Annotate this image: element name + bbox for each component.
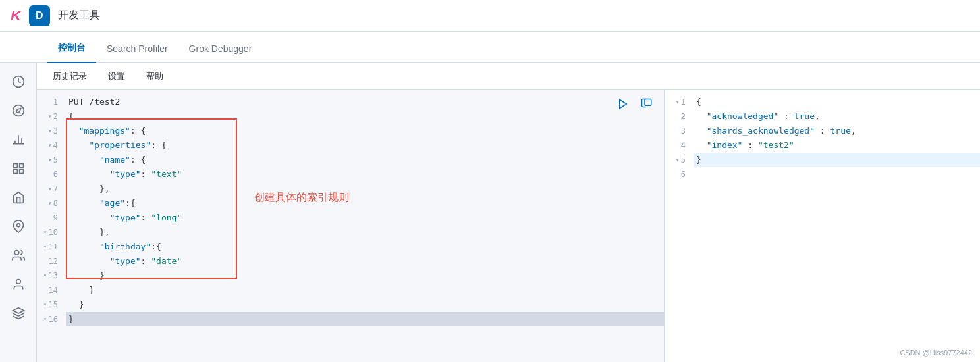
out-line-1: { — [694, 95, 980, 109]
line-num-15: ▾15 — [37, 297, 63, 312]
out-line-num-3: 3 — [665, 124, 691, 138]
tab-search-profiler[interactable]: Search Profiler — [96, 36, 178, 63]
out-line-5: } — [694, 153, 980, 167]
code-line-12: "type": "date" — [66, 254, 664, 269]
editor-area: 1 ▾2 ▾3 ▾4 ▾5 6 ▾7 ▾8 9 ▾10 ▾11 12 ▾13 1… — [37, 90, 980, 362]
nav-tabs: 控制台 Search Profiler Grok Debugger — [0, 32, 980, 63]
code-line-1: PUT /test2 — [66, 95, 664, 109]
code-editor[interactable]: 1 ▾2 ▾3 ▾4 ▾5 6 ▾7 ▾8 9 ▾10 ▾11 12 ▾13 1… — [37, 90, 664, 362]
out-line-4: "index" : "test2" — [694, 138, 980, 153]
code-line-4: "properties": { — [66, 138, 664, 153]
line-num-5: ▾5 — [37, 153, 63, 167]
code-line-16: } — [66, 312, 664, 326]
code-line-9: "type": "long" — [66, 211, 664, 225]
out-line-3: "shards_acknowledged" : true, — [694, 124, 980, 138]
content-area: 历史记录 设置 帮助 1 ▾2 — [0, 63, 980, 362]
line-num-12: 12 — [37, 254, 63, 269]
out-line-num-4: 4 — [665, 138, 691, 153]
code-line-8: "age":{ — [66, 196, 664, 211]
out-line-num-1: ▾1 — [665, 95, 691, 109]
svg-rect-9 — [19, 170, 23, 174]
line-num-2: ▾2 — [37, 109, 63, 124]
code-line-2: { — [66, 109, 664, 124]
code-line-7: }, — [66, 182, 664, 196]
out-line-num-6: 6 — [665, 167, 691, 182]
line-num-16: ▾16 — [37, 312, 63, 326]
tab-grok-debugger[interactable]: Grok Debugger — [178, 36, 263, 63]
line-num-6: 6 — [37, 167, 63, 182]
kibana-logo: K — [11, 7, 21, 24]
layers-icon[interactable] — [5, 300, 32, 326]
line-num-13: ▾13 — [37, 269, 63, 283]
app-title: 开发工具 — [58, 9, 100, 22]
output-line-numbers: ▾1 2 3 4 ▾5 6 — [665, 90, 691, 362]
out-line-2: "acknowledged" : true, — [694, 109, 980, 124]
line-numbers: 1 ▾2 ▾3 ▾4 ▾5 6 ▾7 ▾8 9 ▾10 ▾11 12 ▾13 1… — [37, 90, 63, 362]
building-icon[interactable] — [5, 184, 32, 211]
code-line-13: } — [66, 269, 664, 283]
output-panel: ▾1 2 3 4 ▾5 6 { "acknowledged" : true, "… — [664, 90, 980, 362]
watermark: CSDN @Hiss9772442 — [900, 349, 972, 357]
line-num-10: ▾10 — [37, 225, 63, 240]
svg-marker-14 — [13, 308, 24, 313]
user-icon[interactable] — [5, 271, 32, 297]
code-line-15: } — [66, 297, 664, 312]
line-num-11: ▾11 — [37, 240, 63, 254]
code-line-14: } — [66, 283, 664, 297]
app-icon: D — [29, 5, 50, 26]
svg-point-13 — [16, 280, 20, 284]
toolbar: 历史记录 设置 帮助 — [37, 63, 980, 90]
compass-icon[interactable] — [5, 97, 32, 124]
settings-button[interactable]: 设置 — [103, 68, 130, 85]
code-line-3: "mappings": { — [66, 124, 664, 138]
svg-rect-10 — [13, 170, 17, 174]
clock-icon[interactable] — [5, 68, 32, 95]
svg-point-1 — [13, 105, 24, 116]
out-line-num-5: ▾5 — [665, 153, 691, 167]
svg-marker-2 — [16, 108, 20, 113]
line-num-7: ▾7 — [37, 182, 63, 196]
svg-point-11 — [16, 224, 20, 227]
tab-console[interactable]: 控制台 — [47, 34, 96, 63]
code-editor-content: 1 ▾2 ▾3 ▾4 ▾5 6 ▾7 ▾8 9 ▾10 ▾11 12 ▾13 1… — [37, 90, 664, 362]
code-line-11: "birthday":{ — [66, 240, 664, 254]
history-button[interactable]: 历史记录 — [47, 68, 92, 85]
top-bar: K D 开发工具 — [0, 0, 980, 32]
code-line-10: }, — [66, 225, 664, 240]
line-num-8: ▾8 — [37, 196, 63, 211]
users-icon[interactable] — [5, 242, 32, 269]
svg-point-12 — [14, 251, 19, 255]
output-inner: ▾1 2 3 4 ▾5 6 { "acknowledged" : true, "… — [665, 90, 980, 362]
code-line-6: "type": "text" — [66, 167, 664, 182]
sidebar — [0, 63, 37, 362]
line-num-1: 1 — [37, 95, 63, 109]
annotation-text: 创建具体的索引规则 — [254, 191, 349, 205]
line-num-3: ▾3 — [37, 124, 63, 138]
map-pin-icon[interactable] — [5, 213, 32, 240]
line-num-14: 14 — [37, 283, 63, 297]
grid-icon[interactable] — [5, 155, 32, 182]
code-line-5: "name": { — [66, 153, 664, 167]
help-button[interactable]: 帮助 — [141, 68, 169, 85]
line-num-4: ▾4 — [37, 138, 63, 153]
chart-bar-icon[interactable] — [5, 126, 32, 153]
code-content[interactable]: PUT /test2 { "mappings": { "properties":… — [63, 90, 664, 362]
line-num-9: 9 — [37, 211, 63, 225]
output-code-content: { "acknowledged" : true, "shards_acknowl… — [691, 90, 980, 362]
main-panel: 历史记录 设置 帮助 1 ▾2 — [37, 63, 980, 362]
out-line-num-2: 2 — [665, 109, 691, 124]
svg-rect-8 — [19, 164, 23, 168]
svg-rect-7 — [13, 164, 17, 168]
